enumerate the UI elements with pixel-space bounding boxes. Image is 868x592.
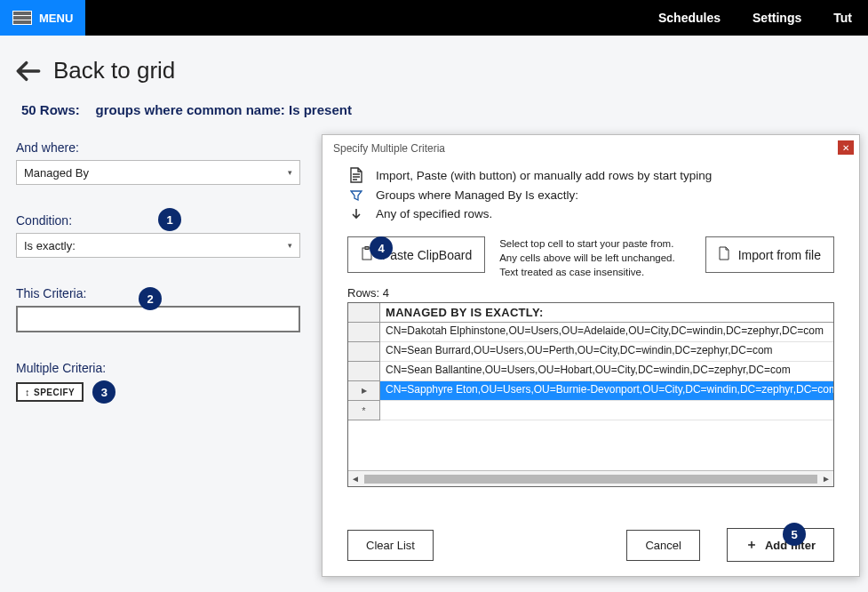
import-from-file-button[interactable]: Import from file [705,236,834,273]
grid-cell[interactable]: CN=Sean Burrard,OU=Users,OU=Perth,OU=Cit… [380,342,833,362]
paste-clipboard-button[interactable]: Paste ClipBoard [347,236,485,273]
scroll-right-icon[interactable]: ► [819,474,833,484]
new-row-marker[interactable]: * [348,401,380,420]
callout-3: 3 [92,380,115,404]
arrow-down-icon [347,208,365,220]
row-header[interactable] [348,381,380,401]
file-icon [719,246,729,263]
this-criteria-input[interactable] [16,306,300,332]
page-title: Back to grid [53,57,175,84]
row-header[interactable] [348,342,380,362]
grid-cell[interactable]: CN=Sean Ballantine,OU=Users,OU=Hobart,OU… [380,362,833,381]
criteria-grid[interactable]: MANAGED BY IS EXACTLY: CN=Dakotah Elphin… [347,302,834,487]
and-where-dropdown[interactable]: Managed By ▾ [16,160,300,185]
plus-icon: ＋ [745,537,758,553]
callout-2: 2 [139,287,162,310]
chevron-down-icon: ▾ [288,168,292,177]
dialog-title: Specify Multiple Criteria [323,135,859,162]
back-arrow-icon[interactable] [16,60,41,82]
nav-settings[interactable]: Settings [737,0,817,36]
grid-cell[interactable]: CN=Dakotah Elphinstone,OU=Users,OU=Adela… [380,323,833,342]
row-header[interactable] [348,323,380,342]
column-header[interactable]: MANAGED BY IS EXACTLY: [380,303,833,323]
chevron-down-icon: ▾ [288,241,292,250]
table-row[interactable]: CN=Sean Burrard,OU=Users,OU=Perth,OU=Cit… [348,342,833,362]
rows-count-label: Rows: 4 [347,286,834,300]
dialog-info-3: Any of specified rows. [376,207,492,220]
table-row[interactable]: CN=Sean Ballantine,OU=Users,OU=Hobart,OU… [348,362,833,381]
grid-horizontal-scrollbar[interactable]: ◄ ► [348,470,833,486]
query-summary: 50 Rows: groups where common name: Is pr… [21,102,852,117]
new-row-cell[interactable] [380,401,833,420]
clear-list-button[interactable]: Clear List [347,530,434,561]
grid-cell[interactable]: CN=Sapphyre Eton,OU=Users,OU=Burnie-Devo… [380,381,833,401]
filter-icon [347,189,365,202]
callout-5: 5 [783,523,806,546]
dialog-info-2: Groups where Managed By Is exactly: [376,188,578,202]
top-bar: MENU Schedules Settings Tut [0,0,868,36]
dialog-info-1: Import, Paste (with button) or manually … [376,169,712,182]
table-row[interactable]: CN=Dakotah Elphinstone,OU=Users,OU=Adela… [348,323,833,342]
condition-value: Is exactly: [24,239,76,252]
paste-label: Paste ClipBoard [382,248,472,262]
row-count-label: 50 Rows: [21,102,80,117]
and-where-value: Managed By [24,166,89,180]
add-filter-button[interactable]: ＋ Add filter [727,528,834,562]
table-row[interactable]: CN=Sapphyre Eton,OU=Users,OU=Burnie-Devo… [348,381,833,401]
specify-icon: ↕ [25,387,30,397]
paste-help-text: Select top cell to start your paste from… [499,236,690,279]
specify-criteria-dialog: Specify Multiple Criteria ✕ Import, Past… [322,134,860,577]
hamburger-icon [12,11,32,25]
import-label: Import from file [738,248,821,262]
grid-corner [348,303,380,323]
callout-1: 1 [158,208,181,231]
document-icon [347,167,365,183]
top-nav: Schedules Settings Tut [642,0,868,36]
menu-label: MENU [39,12,73,25]
condition-dropdown[interactable]: Is exactly: ▾ [16,233,300,258]
nav-tutorials[interactable]: Tut [817,0,868,36]
specify-button[interactable]: ↕ SPECIFY [16,382,84,402]
specify-label: SPECIFY [34,388,75,397]
close-icon[interactable]: ✕ [838,140,854,155]
nav-schedules[interactable]: Schedules [642,0,737,36]
menu-button[interactable]: MENU [0,0,85,36]
callout-4: 4 [370,236,393,260]
scroll-left-icon[interactable]: ◄ [348,474,362,484]
cancel-button[interactable]: Cancel [626,530,699,561]
row-header[interactable] [348,362,380,381]
query-text: groups where common name: Is present [95,102,351,117]
